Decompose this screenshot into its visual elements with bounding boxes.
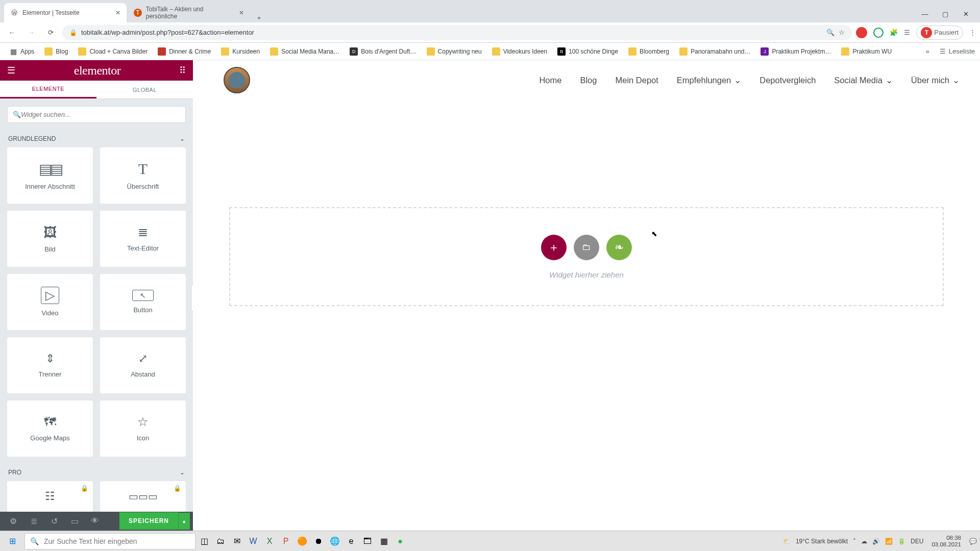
app-icon[interactable]: 🗔 <box>360 534 375 549</box>
menu-icon[interactable]: ☰ <box>7 65 15 76</box>
bookmark-item[interactable]: Blog <box>40 45 72 58</box>
nav-item-social-media[interactable]: Social Media ⌄ <box>834 76 892 85</box>
app-icon[interactable]: ▦ <box>376 534 391 549</box>
settings-icon[interactable]: ⚙ <box>3 516 23 526</box>
widget-google-maps[interactable]: 🗺Google Maps <box>7 400 93 457</box>
extensions-icon[interactable]: 🧩 <box>890 29 898 36</box>
bookmark-apps[interactable]: ▦Apps <box>5 45 38 58</box>
close-icon[interactable]: ✕ <box>239 9 244 16</box>
widget-divider[interactable]: ⇕Trenner <box>7 337 93 393</box>
navigator-icon[interactable]: ≣ <box>23 516 44 526</box>
widget-pro-item[interactable]: 🔒▭▭▭ <box>100 481 186 512</box>
widget-inner-section[interactable]: ▤▤Innerer Abschnitt <box>7 147 93 204</box>
weather-icon[interactable]: ⛅ <box>783 538 791 545</box>
nav-item-depotvergleich[interactable]: Depotvergleich <box>760 76 816 85</box>
kebab-menu-icon[interactable]: ⋮ <box>969 29 976 36</box>
widget-spacer[interactable]: ⤢Abstand <box>100 337 186 393</box>
save-button[interactable]: SPEICHERN <box>119 512 178 530</box>
widget-heading[interactable]: TÜberschrift <box>100 147 186 204</box>
nav-item-blog[interactable]: Blog <box>580 76 597 85</box>
tab-global[interactable]: GLOBAL <box>96 81 193 98</box>
word-icon[interactable]: W <box>246 534 261 549</box>
category-pro[interactable]: PRO ⌄ <box>0 464 193 481</box>
forward-button[interactable]: → <box>23 29 39 36</box>
window-minimize-icon[interactable]: — <box>915 10 935 18</box>
clock[interactable]: 08:38 03.08.2021 <box>928 535 964 547</box>
mail-icon[interactable]: ✉ <box>229 534 244 549</box>
bookmark-item[interactable]: Kursideen <box>217 45 264 58</box>
notifications-icon[interactable]: 💬 <box>969 538 977 545</box>
save-options-button[interactable]: ▴ <box>178 513 190 530</box>
bookmark-item[interactable]: Dinner & Crime <box>154 45 215 58</box>
preview-canvas[interactable]: Home Blog Mein Depot Empfehlungen ⌄ Depo… <box>193 60 980 531</box>
browser-tab-1[interactable]: Ⓦ Elementor | Testseite ✕ <box>4 3 127 22</box>
address-bar[interactable]: 🔒 tobitalk.at/wp-admin/post.php?post=627… <box>62 25 852 40</box>
onedrive-icon[interactable]: ☁ <box>861 538 867 545</box>
bookmark-item[interactable]: Videokurs Ideen <box>488 45 552 58</box>
chrome-icon[interactable]: 🌐 <box>327 534 342 549</box>
extension-icon[interactable] <box>873 28 884 38</box>
tray-chevron-up-icon[interactable]: ˄ <box>853 538 856 545</box>
nav-item-mein-depot[interactable]: Mein Depot <box>615 76 658 85</box>
new-tab-button[interactable]: ＋ <box>251 13 266 22</box>
app-icon[interactable]: 🟠 <box>295 534 310 549</box>
language-indicator[interactable]: DEU <box>911 538 923 545</box>
browser-tab-2[interactable]: T TobiTalk – Aktien und persönliche ✕ <box>128 3 250 22</box>
windows-search[interactable]: 🔍 Zur Suche Text hier eingeben <box>24 533 195 549</box>
preview-icon[interactable]: 👁 <box>85 516 105 525</box>
bookmark-item[interactable]: DBois d'Argent Duft… <box>346 45 420 58</box>
category-basic[interactable]: GRUNDLEGEND ⌄ <box>0 130 193 147</box>
bookmark-item[interactable]: Bloomberg <box>624 45 673 58</box>
wifi-icon[interactable]: 📶 <box>885 538 893 545</box>
bookmark-item[interactable]: Cload + Canva Bilder <box>74 45 152 58</box>
excel-icon[interactable]: X <box>262 534 277 549</box>
widget-video[interactable]: ▷Video <box>7 274 93 330</box>
edge-icon[interactable]: e <box>344 534 359 549</box>
widget-button[interactable]: ↖Button <box>100 274 186 330</box>
bookmark-item[interactable]: B100 schöne Dinge <box>553 45 622 58</box>
bookmark-item[interactable]: Social Media Mana… <box>266 45 344 58</box>
widget-pro-item[interactable]: 🔒☷ <box>7 481 93 512</box>
add-section-button[interactable]: ＋ <box>541 235 567 260</box>
nav-item-empfehlungen[interactable]: Empfehlungen ⌄ <box>677 76 741 85</box>
extension-icon[interactable] <box>856 27 867 38</box>
obs-icon[interactable]: ⏺ <box>311 534 326 549</box>
start-button[interactable]: ⊞ <box>0 536 24 546</box>
widget-search[interactable]: 🔍 <box>7 106 186 123</box>
responsive-icon[interactable]: ▭ <box>64 516 85 526</box>
powerpoint-icon[interactable]: P <box>278 534 293 549</box>
add-template-button[interactable]: 🗀 <box>574 235 599 260</box>
battery-icon[interactable]: 🔋 <box>898 538 905 545</box>
history-icon[interactable]: ↺ <box>44 516 64 526</box>
explorer-icon[interactable]: 🗂 <box>213 534 228 549</box>
bookmark-item[interactable]: Copywriting neu <box>423 45 486 58</box>
search-input[interactable] <box>21 111 180 118</box>
zoom-icon[interactable]: 🔍 <box>826 29 835 36</box>
widget-image[interactable]: 🖼Bild <box>7 211 93 267</box>
widget-icon[interactable]: ☆Icon <box>100 400 186 457</box>
bookmark-item[interactable]: Praktikum WU <box>837 45 896 58</box>
reload-button[interactable]: ⟳ <box>43 29 58 36</box>
weather-text[interactable]: 19°C Stark bewölkt <box>796 538 848 545</box>
widgets-grid-icon[interactable]: ⠿ <box>179 65 186 76</box>
back-button[interactable]: ← <box>4 29 19 36</box>
envato-kit-button[interactable]: ❧ <box>606 235 632 260</box>
reading-list-icon[interactable]: ☰ <box>904 29 910 36</box>
bookmark-item[interactable]: Panoramabahn und… <box>675 45 754 58</box>
bookmark-item[interactable]: JPraktikum Projektm… <box>756 45 835 58</box>
close-icon[interactable]: ✕ <box>115 9 120 16</box>
tab-elemente[interactable]: ELEMENTE <box>0 81 96 98</box>
reading-list-label[interactable]: Leseliste <box>949 47 975 55</box>
add-section-dropzone[interactable]: ＋ 🗀 ❧ Widget hierher ziehen <box>229 207 944 306</box>
overflow-chevron-icon[interactable]: » <box>925 47 929 55</box>
task-view-icon[interactable]: ◫ <box>197 534 212 549</box>
nav-item-ueber-mich[interactable]: Über mich ⌄ <box>911 76 960 85</box>
site-logo[interactable] <box>224 67 250 93</box>
star-icon[interactable]: ☆ <box>839 29 845 36</box>
nav-item-home[interactable]: Home <box>539 76 561 85</box>
volume-icon[interactable]: 🔊 <box>872 538 880 545</box>
profile-button[interactable]: T Pausiert <box>916 26 963 40</box>
readlist-icon[interactable]: ☰ <box>940 47 946 55</box>
widget-text-editor[interactable]: ≣Text-Editor <box>100 211 186 267</box>
window-close-icon[interactable]: ✕ <box>955 10 976 18</box>
